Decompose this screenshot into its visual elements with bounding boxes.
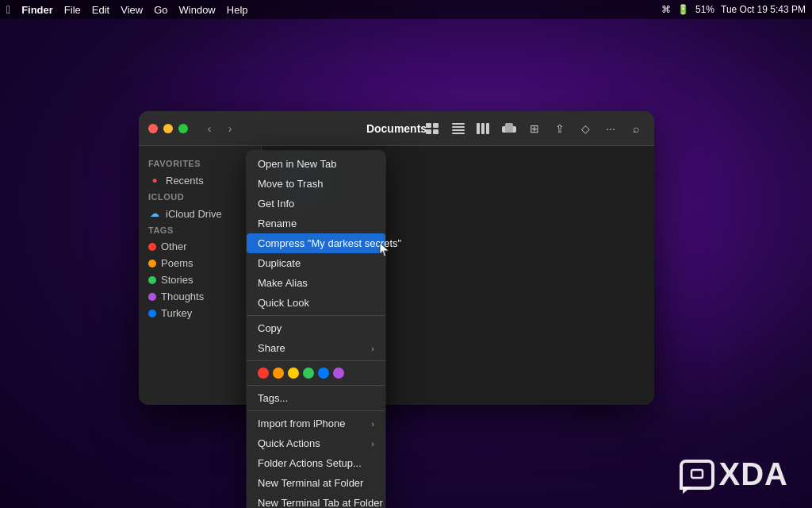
battery-level: 51% — [695, 4, 714, 15]
icon-view-button[interactable] — [424, 120, 442, 137]
cm-color-red[interactable] — [258, 368, 269, 379]
recents-label: Recents — [166, 175, 204, 187]
menubar-left:  Finder File Edit View Go Window Help — [6, 3, 248, 16]
svg-rect-12 — [505, 123, 513, 133]
cm-separator-2 — [247, 360, 385, 361]
cm-make-alias[interactable]: Make Alias — [247, 273, 385, 293]
titlebar-nav: ‹ › — [201, 120, 239, 137]
cm-make-alias-label: Make Alias — [258, 277, 308, 289]
cm-quick-look-label: Quick Look — [258, 297, 309, 309]
cm-import-iphone[interactable]: Import from iPhone › — [247, 414, 385, 433]
cm-color-green[interactable] — [303, 368, 314, 379]
minimize-button[interactable] — [163, 124, 173, 133]
cm-duplicate[interactable]: Duplicate — [247, 253, 385, 273]
search-button[interactable]: ⌕ — [627, 120, 645, 137]
apple-menu[interactable]:  — [6, 3, 10, 16]
cm-copy[interactable]: Copy — [247, 318, 385, 338]
menu-go[interactable]: Go — [154, 4, 167, 16]
cm-separator-3 — [247, 385, 385, 386]
cm-tags[interactable]: Tags... — [247, 388, 385, 408]
menubar-right: ⌘ 🔋 51% Tue Oct 19 5:43 PM — [661, 4, 806, 15]
icloud-label: iCloud — [139, 189, 261, 205]
battery-icon: 🔋 — [677, 4, 689, 15]
tag-button[interactable]: ◇ — [576, 120, 594, 137]
cm-folder-actions-setup[interactable]: Folder Actions Setup... — [247, 453, 385, 473]
tags-label: Tags — [139, 222, 261, 238]
menu-window[interactable]: Window — [179, 4, 216, 16]
sidebar-item-tag-stories[interactable]: Stories — [139, 271, 261, 288]
cm-get-info-label: Get Info — [258, 198, 294, 210]
recents-icon: ● — [148, 174, 161, 187]
cm-rename-label: Rename — [258, 217, 297, 229]
cm-color-blue[interactable] — [318, 368, 329, 379]
sidebar-item-tag-turkey[interactable]: Turkey — [139, 305, 261, 321]
group-button[interactable]: ⊞ — [526, 120, 543, 137]
cm-open-new-tab-label: Open in New Tab — [258, 158, 337, 170]
tag-turkey-dot — [148, 310, 156, 318]
datetime: Tue Oct 19 5:43 PM — [721, 4, 806, 15]
back-button[interactable]: ‹ — [201, 120, 218, 137]
finder-sidebar: Favorites ● Recents iCloud ☁ iCloud Driv… — [139, 146, 262, 405]
cm-new-terminal-tab-label: New Terminal Tab at Folder — [258, 497, 383, 508]
finder-body: Favorites ● Recents iCloud ☁ iCloud Driv… — [139, 146, 654, 405]
sidebar-item-icloud-drive[interactable]: ☁ iCloud Drive — [139, 205, 261, 222]
sidebar-item-tag-poems[interactable]: Poems — [139, 255, 261, 271]
cm-new-terminal-label: New Terminal at Folder — [258, 477, 363, 489]
cm-move-to-trash[interactable]: Move to Trash — [247, 174, 385, 194]
icloud-drive-icon: ☁ — [148, 207, 161, 220]
gallery-view-button[interactable] — [500, 120, 518, 137]
cm-compress[interactable]: Compress "My darkest secrets" — [247, 233, 385, 253]
cm-import-iphone-label: Import from iPhone — [258, 418, 346, 429]
cm-color-orange[interactable] — [273, 368, 284, 379]
xda-bubble-icon — [680, 460, 714, 490]
cm-quick-look[interactable]: Quick Look — [247, 293, 385, 313]
svg-rect-10 — [486, 123, 489, 134]
svg-rect-1 — [433, 123, 439, 128]
svg-rect-7 — [452, 133, 465, 134]
sidebar-item-tag-thoughts[interactable]: Thoughts — [139, 288, 261, 305]
cm-color-purple[interactable] — [333, 368, 344, 379]
menu-view[interactable]: View — [121, 4, 143, 16]
sidebar-item-tag-other[interactable]: Other — [139, 238, 261, 255]
sidebar-item-recents[interactable]: ● Recents — [139, 171, 261, 189]
cm-compress-label: Compress "My darkest secrets" — [258, 237, 401, 249]
cm-quick-actions[interactable]: Quick Actions › — [247, 433, 385, 453]
svg-rect-5 — [452, 126, 465, 128]
favorites-label: Favorites — [139, 156, 261, 171]
cm-folder-actions-setup-label: Folder Actions Setup... — [258, 457, 362, 469]
menubar:  Finder File Edit View Go Window Help ⌘… — [0, 0, 812, 19]
cm-color-yellow[interactable] — [288, 368, 299, 379]
list-view-button[interactable] — [450, 120, 467, 137]
cm-rename[interactable]: Rename — [247, 214, 385, 233]
finder-titlebar: ‹ › Documents ⊞ ⇪ ◇ ··· ⌕ — [139, 111, 654, 146]
cm-open-new-tab[interactable]: Open in New Tab — [247, 154, 385, 174]
tag-other-dot — [148, 243, 156, 251]
cm-new-terminal[interactable]: New Terminal at Folder — [247, 473, 385, 493]
cm-get-info[interactable]: Get Info — [247, 194, 385, 214]
cm-copy-label: Copy — [258, 322, 282, 334]
share-button[interactable]: ⇪ — [551, 120, 569, 137]
menu-finder[interactable]: Finder — [21, 4, 53, 16]
column-view-button[interactable] — [475, 120, 492, 137]
menu-file[interactable]: File — [64, 4, 81, 16]
forward-button[interactable]: › — [221, 120, 239, 137]
xda-text: XDA — [719, 456, 788, 492]
close-button[interactable] — [148, 124, 158, 133]
toolbar-right: ⊞ ⇪ ◇ ··· ⌕ — [424, 120, 645, 137]
menu-edit[interactable]: Edit — [92, 4, 109, 16]
cm-share[interactable]: Share › — [247, 338, 385, 358]
svg-rect-13 — [691, 470, 703, 478]
tag-poems-label: Poems — [161, 257, 193, 269]
cm-import-iphone-arrow: › — [371, 419, 374, 429]
svg-rect-8 — [477, 123, 480, 134]
maximize-button[interactable] — [178, 124, 188, 133]
traffic-lights — [148, 124, 188, 133]
more-button[interactable]: ··· — [602, 120, 619, 137]
menu-help[interactable]: Help — [227, 4, 248, 16]
cm-quick-actions-arrow: › — [371, 439, 374, 448]
svg-rect-6 — [452, 129, 465, 131]
window-title: Documents — [366, 122, 427, 135]
tag-poems-dot — [148, 260, 156, 267]
icloud-drive-label: iCloud Drive — [166, 208, 222, 220]
cm-new-terminal-tab[interactable]: New Terminal Tab at Folder — [247, 493, 385, 508]
